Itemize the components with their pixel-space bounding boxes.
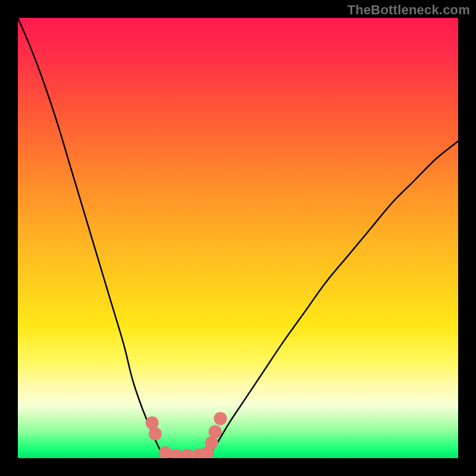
plot-area: [18, 18, 458, 458]
highlight-dot: [214, 412, 227, 425]
highlight-dot: [181, 449, 194, 458]
bottleneck-curve: [18, 18, 458, 458]
highlight-dot: [170, 449, 183, 458]
highlight-dot: [209, 425, 222, 439]
chart-svg: [18, 18, 458, 458]
chart-frame: TheBottleneck.com: [0, 0, 476, 476]
marker-group: [146, 412, 227, 458]
watermark-text: TheBottleneck.com: [347, 2, 470, 18]
curve-group: [18, 18, 458, 458]
highlight-dot: [146, 416, 159, 430]
highlight-dot: [149, 427, 162, 440]
